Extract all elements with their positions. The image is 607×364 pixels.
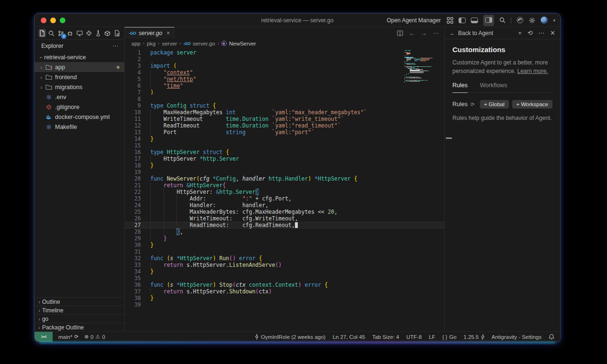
code-line[interactable]: 25 MaxHeaderBytes: cfg.MaxHeaderMegabyte… [125, 209, 444, 215]
code-line[interactable]: 24 Handler: handler, [125, 202, 444, 209]
editor-more-icon[interactable]: ⋯ [433, 30, 439, 36]
search-view-icon[interactable] [48, 29, 55, 37]
code-line[interactable]: 17 HttpServer *http.Server [125, 155, 444, 162]
code-line[interactable]: 19 [125, 169, 444, 175]
split-editor-icon[interactable] [397, 30, 403, 36]
code-line[interactable]: 5 "net/http" [125, 76, 444, 82]
git-blame[interactable]: OymInIRole (2 weeks ago) [255, 334, 325, 340]
source-control-icon[interactable]: 2 [57, 29, 64, 37]
code-line[interactable]: 37 return s.HttpServer.Shutdown(ctx) [125, 288, 444, 295]
branch-indicator[interactable]: main* ⟳ [58, 334, 79, 340]
remote-explorer-icon[interactable] [76, 29, 83, 37]
code-line[interactable]: 26 WriteTimeout: cfg.WriteTimeout, [125, 215, 444, 222]
code-line[interactable]: 18} [125, 162, 444, 169]
code-line[interactable]: 2 [125, 56, 444, 63]
code-line[interactable]: 27 ReadTimeout: cfg.ReadTimeout, [125, 222, 444, 228]
settings-file-icon[interactable] [113, 29, 120, 37]
sidebar-section-outline[interactable]: ›Outline [35, 297, 124, 306]
toggle-bottom-panel-icon[interactable] [471, 18, 478, 23]
settings-indicator[interactable]: Antigravity - Settings [492, 334, 542, 340]
containers-icon[interactable] [104, 29, 111, 37]
back-to-agent-button[interactable]: Back to Agent [458, 30, 493, 36]
notifications-bell-icon[interactable] [549, 334, 554, 340]
code-line[interactable]: 23 Addr: ":" + cfg.Port, [125, 195, 444, 202]
tab-server-go[interactable]: -GO server.go × [125, 27, 175, 39]
open-agent-manager-button[interactable]: Open Agent Manager [386, 17, 441, 24]
tab-close-icon[interactable]: × [166, 30, 170, 36]
toggle-right-panel-icon[interactable] [483, 15, 494, 26]
extensions-icon[interactable] [85, 29, 92, 37]
panel-add-icon[interactable]: + [518, 29, 522, 36]
code-line[interactable]: 22 HttpServer: &http.Server{ [125, 189, 444, 195]
sidebar-section-go[interactable]: ›go [35, 314, 124, 323]
go-version[interactable]: 1.25.5 [464, 334, 485, 340]
minimize-window-button[interactable] [50, 18, 56, 23]
search-icon[interactable] [499, 17, 506, 23]
language-mode[interactable]: { } Go [442, 334, 457, 340]
breadcrumb-item[interactable]: pkg [147, 41, 156, 46]
code-line[interactable]: 15 [125, 142, 444, 149]
add-rule-button-workspace[interactable]: + Workspace [512, 100, 552, 109]
code-line[interactable]: 1package server [125, 49, 444, 56]
panel-close-icon[interactable]: ✕ [550, 29, 555, 36]
panel-resize-handle[interactable] [446, 137, 452, 139]
code-line[interactable]: 10 MaxHeaderMegabytes int `yaml:"max_hea… [125, 109, 444, 116]
code-line[interactable]: 39 [125, 301, 444, 308]
code-editor[interactable]: 1package server23import (4 "context"5 "n… [125, 48, 444, 331]
code-line[interactable]: 11 WriteTimeout time.Duration `yaml:"wri… [125, 116, 444, 122]
add-rule-button-global[interactable]: + Global [480, 100, 509, 109]
code-line[interactable]: 32func (s *HttpServer) Run() error { [125, 255, 444, 262]
code-line[interactable]: 6 "time" [125, 82, 444, 89]
code-line[interactable]: 16type HttpServer struct { [125, 149, 444, 155]
code-line[interactable]: 28 }, [125, 228, 444, 235]
remote-indicator[interactable]: >< [35, 332, 53, 342]
tab-size[interactable]: Tab Size: 4 [372, 334, 399, 340]
code-line[interactable]: 9type Config struct { [125, 102, 444, 109]
panel-history-icon[interactable]: ⟲ [527, 29, 533, 36]
code-line[interactable]: 13 Port string `yaml:"port"` [125, 129, 444, 136]
navigate-back-icon[interactable]: ← [409, 30, 415, 36]
code-line[interactable]: 20func NewServer(cfg *Config, handler ht… [125, 175, 444, 182]
code-line[interactable]: 7) [125, 89, 444, 96]
panel-tab-workflows[interactable]: Workflows [480, 82, 507, 92]
code-line[interactable]: 33 return s.HttpServer.ListenAndServe() [125, 262, 444, 268]
antigravity-logo-icon[interactable] [516, 17, 524, 24]
code-line[interactable]: 30} [125, 242, 444, 248]
code-line[interactable]: 3import ( [125, 63, 444, 69]
minimap[interactable] [405, 50, 442, 83]
panel-more-icon[interactable]: ⋯ [538, 29, 544, 36]
breadcrumb-item[interactable]: NewServer [229, 41, 256, 46]
code-line[interactable]: 29 } [125, 235, 444, 242]
code-line[interactable]: 12 ReadTimeout time.Duration `yaml:"read… [125, 122, 444, 129]
tree-item--gitignore[interactable]: .gitignore [35, 102, 124, 112]
close-window-button[interactable] [41, 18, 46, 23]
tree-item-retrieval-service[interactable]: ›retrieval-service [35, 52, 124, 62]
code-line[interactable]: 4 "context" [125, 69, 444, 76]
explorer-icon[interactable] [38, 29, 46, 37]
sidebar-section-timeline[interactable]: ›Timeline [35, 306, 124, 314]
code-line[interactable]: 31 [125, 248, 444, 255]
problems-indicator[interactable]: ⊗ 0 ⚠ 0 [84, 334, 105, 340]
testing-icon[interactable] [94, 29, 102, 37]
code-line[interactable]: 36func (s *HttpServer) Stop(ctx context.… [125, 282, 444, 288]
encoding[interactable]: UTF-8 [406, 334, 422, 340]
breadcrumb-item[interactable]: server [162, 41, 177, 46]
sidebar-section-package-outline[interactable]: ›Package Outline [35, 323, 124, 331]
code-line[interactable]: 14} [125, 136, 444, 142]
agent-manager-grid-icon[interactable] [447, 17, 453, 24]
breadcrumb-item[interactable]: server.go [193, 41, 215, 46]
code-line[interactable]: 8 [125, 96, 444, 102]
maximize-window-button[interactable] [60, 18, 65, 23]
back-arrow-icon[interactable]: ← [450, 30, 455, 36]
user-avatar[interactable] [541, 17, 548, 24]
explorer-more-icon[interactable]: ⋯ [112, 43, 119, 49]
code-line[interactable]: 21 return &HttpServer{ [125, 182, 444, 189]
debug-icon[interactable] [66, 29, 74, 37]
tree-item-docker-compose-yml[interactable]: docker-compose.yml [35, 112, 124, 122]
cursor-position[interactable]: Ln 27, Col 45 [332, 334, 365, 340]
toggle-left-panel-icon[interactable] [459, 18, 466, 23]
tree-item-app[interactable]: ›app [35, 62, 124, 72]
code-line[interactable]: 38} [125, 295, 444, 301]
breadcrumb-item[interactable]: app [131, 41, 140, 46]
learn-more-link[interactable]: Learn more. [517, 68, 548, 74]
